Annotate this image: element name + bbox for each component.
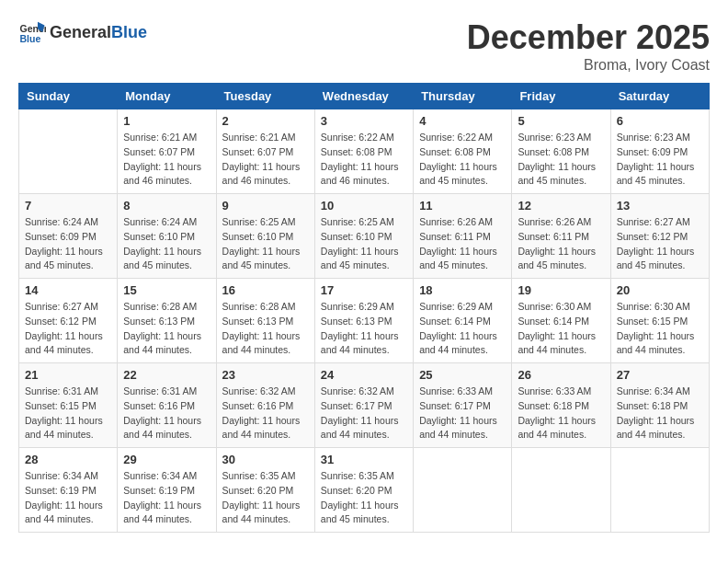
day-number: 24 (321, 368, 407, 382)
day-number: 19 (518, 283, 604, 297)
day-number: 13 (617, 199, 703, 213)
calendar-cell: 13Sunrise: 6:27 AM Sunset: 6:12 PM Dayli… (610, 194, 709, 279)
day-info: Sunrise: 6:28 AM Sunset: 6:13 PM Dayligh… (222, 300, 309, 358)
day-number: 18 (419, 283, 506, 297)
calendar-cell: 28Sunrise: 6:34 AM Sunset: 6:19 PM Dayli… (19, 448, 118, 533)
day-info: Sunrise: 6:31 AM Sunset: 6:15 PM Dayligh… (25, 385, 111, 442)
weekday-header-wednesday: Wednesday (314, 84, 413, 109)
day-info: Sunrise: 6:29 AM Sunset: 6:13 PM Dayligh… (321, 300, 407, 358)
calendar-cell: 4Sunrise: 6:22 AM Sunset: 6:08 PM Daylig… (414, 109, 512, 194)
title-section: December 2025 Broma, Ivory Coast (467, 18, 710, 74)
weekday-header-friday: Friday (512, 84, 610, 109)
calendar-cell: 5Sunrise: 6:23 AM Sunset: 6:08 PM Daylig… (512, 109, 610, 194)
day-number: 2 (222, 114, 309, 128)
day-number: 9 (222, 199, 309, 213)
calendar-cell: 6Sunrise: 6:23 AM Sunset: 6:09 PM Daylig… (610, 109, 709, 194)
calendar-cell: 21Sunrise: 6:31 AM Sunset: 6:15 PM Dayli… (19, 363, 118, 448)
weekday-header-saturday: Saturday (610, 84, 709, 109)
calendar-week-row: 21Sunrise: 6:31 AM Sunset: 6:15 PM Dayli… (19, 363, 710, 448)
day-number: 25 (419, 368, 506, 382)
day-number: 21 (25, 368, 111, 382)
logo: General Blue GeneralBlue (18, 18, 147, 46)
day-info: Sunrise: 6:29 AM Sunset: 6:14 PM Dayligh… (419, 300, 506, 358)
month-title: December 2025 (467, 18, 710, 57)
day-number: 14 (25, 283, 111, 297)
day-info: Sunrise: 6:25 AM Sunset: 6:10 PM Dayligh… (222, 215, 309, 273)
calendar-cell (610, 448, 709, 533)
day-info: Sunrise: 6:26 AM Sunset: 6:11 PM Dayligh… (518, 215, 604, 273)
page-header: General Blue GeneralBlue December 2025 B… (18, 18, 710, 74)
calendar-cell: 30Sunrise: 6:35 AM Sunset: 6:20 PM Dayli… (216, 448, 314, 533)
calendar-cell: 12Sunrise: 6:26 AM Sunset: 6:11 PM Dayli… (512, 194, 610, 279)
calendar-cell: 7Sunrise: 6:24 AM Sunset: 6:09 PM Daylig… (19, 194, 118, 279)
day-number: 15 (123, 283, 210, 297)
day-info: Sunrise: 6:34 AM Sunset: 6:18 PM Dayligh… (617, 385, 703, 442)
calendar-cell (512, 448, 610, 533)
day-info: Sunrise: 6:28 AM Sunset: 6:13 PM Dayligh… (123, 300, 210, 358)
day-info: Sunrise: 6:23 AM Sunset: 6:09 PM Dayligh… (617, 131, 703, 189)
calendar-table: SundayMondayTuesdayWednesdayThursdayFrid… (18, 83, 710, 533)
calendar-cell: 25Sunrise: 6:33 AM Sunset: 6:17 PM Dayli… (414, 363, 512, 448)
day-number: 29 (123, 453, 210, 466)
calendar-cell: 3Sunrise: 6:22 AM Sunset: 6:08 PM Daylig… (314, 109, 413, 194)
day-info: Sunrise: 6:27 AM Sunset: 6:12 PM Dayligh… (617, 215, 703, 273)
day-info: Sunrise: 6:30 AM Sunset: 6:14 PM Dayligh… (518, 300, 604, 358)
weekday-header-sunday: Sunday (19, 84, 118, 109)
day-info: Sunrise: 6:32 AM Sunset: 6:16 PM Dayligh… (222, 385, 309, 442)
weekday-header-tuesday: Tuesday (216, 84, 314, 109)
day-info: Sunrise: 6:35 AM Sunset: 6:20 PM Dayligh… (321, 469, 407, 527)
weekday-header-thursday: Thursday (414, 84, 512, 109)
day-number: 7 (25, 199, 111, 213)
day-number: 4 (419, 114, 506, 128)
day-number: 20 (617, 283, 703, 297)
day-number: 5 (518, 114, 604, 128)
day-info: Sunrise: 6:21 AM Sunset: 6:07 PM Dayligh… (123, 131, 210, 189)
svg-text:Blue: Blue (20, 33, 41, 44)
day-info: Sunrise: 6:34 AM Sunset: 6:19 PM Dayligh… (123, 469, 210, 527)
day-info: Sunrise: 6:30 AM Sunset: 6:15 PM Dayligh… (617, 300, 703, 358)
day-number: 22 (123, 368, 210, 382)
day-number: 1 (123, 114, 210, 128)
day-info: Sunrise: 6:33 AM Sunset: 6:18 PM Dayligh… (518, 385, 604, 442)
day-number: 17 (321, 283, 407, 297)
day-number: 6 (617, 114, 703, 128)
calendar-cell: 1Sunrise: 6:21 AM Sunset: 6:07 PM Daylig… (118, 109, 216, 194)
day-number: 28 (25, 453, 111, 466)
logo-general: General (50, 23, 111, 42)
calendar-cell (414, 448, 512, 533)
calendar-cell: 20Sunrise: 6:30 AM Sunset: 6:15 PM Dayli… (610, 279, 709, 363)
calendar-cell: 11Sunrise: 6:26 AM Sunset: 6:11 PM Dayli… (414, 194, 512, 279)
day-info: Sunrise: 6:24 AM Sunset: 6:10 PM Dayligh… (123, 215, 210, 273)
day-number: 26 (518, 368, 604, 382)
calendar-cell: 26Sunrise: 6:33 AM Sunset: 6:18 PM Dayli… (512, 363, 610, 448)
calendar-cell: 14Sunrise: 6:27 AM Sunset: 6:12 PM Dayli… (19, 279, 118, 363)
day-info: Sunrise: 6:34 AM Sunset: 6:19 PM Dayligh… (25, 469, 111, 527)
calendar-week-row: 14Sunrise: 6:27 AM Sunset: 6:12 PM Dayli… (19, 279, 710, 363)
day-number: 3 (321, 114, 407, 128)
calendar-cell: 17Sunrise: 6:29 AM Sunset: 6:13 PM Dayli… (314, 279, 413, 363)
day-info: Sunrise: 6:22 AM Sunset: 6:08 PM Dayligh… (321, 131, 407, 189)
day-info: Sunrise: 6:22 AM Sunset: 6:08 PM Dayligh… (419, 131, 506, 189)
day-info: Sunrise: 6:24 AM Sunset: 6:09 PM Dayligh… (25, 215, 111, 273)
day-info: Sunrise: 6:35 AM Sunset: 6:20 PM Dayligh… (222, 469, 309, 527)
weekday-header-row: SundayMondayTuesdayWednesdayThursdayFrid… (19, 84, 710, 109)
calendar-week-row: 28Sunrise: 6:34 AM Sunset: 6:19 PM Dayli… (19, 448, 710, 533)
day-number: 30 (222, 453, 309, 466)
calendar-cell: 29Sunrise: 6:34 AM Sunset: 6:19 PM Dayli… (118, 448, 216, 533)
day-info: Sunrise: 6:33 AM Sunset: 6:17 PM Dayligh… (419, 385, 506, 442)
calendar-cell: 31Sunrise: 6:35 AM Sunset: 6:20 PM Dayli… (314, 448, 413, 533)
calendar-cell (19, 109, 118, 194)
location-subtitle: Broma, Ivory Coast (467, 57, 710, 74)
calendar-cell: 9Sunrise: 6:25 AM Sunset: 6:10 PM Daylig… (216, 194, 314, 279)
calendar-cell: 19Sunrise: 6:30 AM Sunset: 6:14 PM Dayli… (512, 279, 610, 363)
day-info: Sunrise: 6:21 AM Sunset: 6:07 PM Dayligh… (222, 131, 309, 189)
day-info: Sunrise: 6:31 AM Sunset: 6:16 PM Dayligh… (123, 385, 210, 442)
calendar-cell: 10Sunrise: 6:25 AM Sunset: 6:10 PM Dayli… (314, 194, 413, 279)
day-number: 16 (222, 283, 309, 297)
calendar-cell: 8Sunrise: 6:24 AM Sunset: 6:10 PM Daylig… (118, 194, 216, 279)
day-info: Sunrise: 6:27 AM Sunset: 6:12 PM Dayligh… (25, 300, 111, 358)
day-info: Sunrise: 6:26 AM Sunset: 6:11 PM Dayligh… (419, 215, 506, 273)
day-number: 10 (321, 199, 407, 213)
logo-blue: Blue (111, 23, 147, 42)
logo-icon: General Blue (18, 18, 46, 46)
